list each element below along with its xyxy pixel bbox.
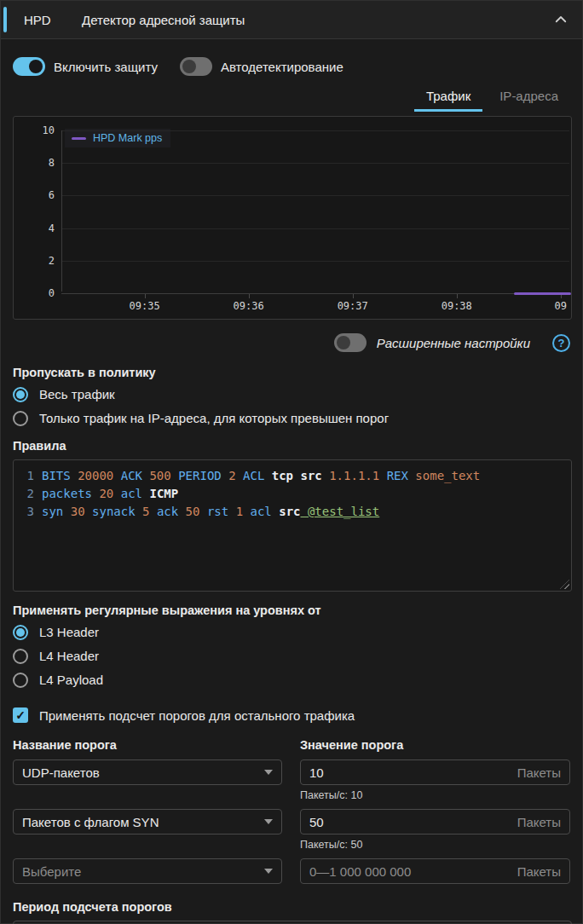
code-line: 1BITS 20000 ACK 500 PERIOD 2 ACL tcp src… [19,467,566,485]
count-rest-checkbox-row[interactable]: ✓ Применять подсчет порогов для остально… [13,706,570,725]
code-token: src [293,469,322,482]
panel-header[interactable]: HPD Детектор адресной защиты [1,1,582,39]
code-token: packets [42,487,92,500]
series-line [514,292,571,295]
threshold-input-1[interactable]: 10 Пакеты [300,759,570,785]
protection-toggle-group: Включить защиту [13,57,158,76]
x-tick-mark [145,294,146,298]
radio-l4-payload[interactable]: L4 Payload [13,671,570,689]
y-tick-label: 2 [17,255,55,267]
radio-all-traffic[interactable]: Весь трафик [13,385,570,403]
toggle-knob [337,336,350,349]
threshold-value-column-label: Значение порога [300,738,570,752]
input-value: 10 [309,765,517,780]
advanced-settings-toggle[interactable] [334,333,367,352]
period-label: Период подсчета порогов [13,900,570,914]
radio-l4-header[interactable]: L4 Header [13,647,570,665]
resize-handle[interactable] [560,580,569,589]
code-token: src [272,505,301,518]
autodetect-toggle-group: Автодетектирование [180,57,343,76]
x-tick-label: 09:37 [338,300,368,312]
threshold-input-2[interactable]: 50 Пакеты [300,809,570,834]
select-value: UDP-пакетов [22,765,264,780]
radio-label: Только трафик на IP-адреса, для которых … [39,411,389,425]
x-tick-label: 09:38 [442,300,472,312]
code-token: ACK [113,469,142,482]
protection-toggle[interactable] [13,57,45,76]
chart-legend[interactable]: HPD Mark pps [65,129,170,147]
radio-icon [13,649,28,664]
regex-levels-label: Применять регулярные выражения на уровня… [13,603,570,617]
x-tick-mark [457,294,458,298]
code-token: 20 [92,487,113,500]
traffic-chart: HPD Mark pps 024681009:3509:3609:3709:38… [13,116,572,320]
chevron-down-icon [264,869,273,874]
radio-label: Весь трафик [39,387,115,401]
code-token: synack [85,505,136,518]
code-token: acl [113,487,142,500]
threshold-input-3[interactable]: 0—1 000 000 000 Пакеты [300,858,570,884]
radio-l3-header[interactable]: L3 Header [13,623,570,641]
radio-label: L3 Header [39,625,99,639]
module-badge: HPD [24,13,82,27]
chevron-down-icon [264,770,273,775]
radio-icon [13,625,28,640]
radio-only-exceeded[interactable]: Только трафик на IP-адреса, для которых … [13,409,570,427]
code-token: PERIOD [171,469,222,482]
checkbox-checked-icon[interactable]: ✓ [13,707,28,723]
autodetect-toggle-label: Автодетектирование [221,60,343,74]
grid-line [62,228,569,229]
line-number: 1 [19,467,34,485]
code-token: ACL [236,469,265,482]
x-axis-line [61,293,569,294]
threshold-select-2[interactable]: Пакетов с флагом SYN [13,809,282,834]
tab-ip-addresses[interactable]: IP-адреса [488,82,570,112]
hpd-panel: HPD Детектор адресной защиты Включить за… [0,0,583,924]
help-icon[interactable]: ? [552,334,570,352]
code-token: 50 [178,505,199,518]
autodetect-toggle[interactable] [180,57,212,76]
y-tick-label: 8 [17,157,55,169]
chevron-up-icon[interactable] [553,12,569,27]
tab-traffic[interactable]: Трафик [414,82,482,112]
radio-icon [13,673,28,688]
y-tick-label: 10 [17,124,55,136]
y-axis-line [61,130,62,292]
threshold-hint-1: Пакеты/с: 10 [300,789,570,802]
input-unit: Пакеты [517,815,561,829]
code-token: BITS [42,469,71,482]
rules-editor[interactable]: 1BITS 20000 ACK 500 PERIOD 2 ACL tcp src… [13,459,572,592]
policy-section-label: Пропускать в политику [13,366,570,379]
x-tick-mark [249,294,250,298]
code-token: tcp [264,469,293,482]
protection-toggle-label: Включить защиту [54,60,158,74]
threshold-select-1[interactable]: UDP-пакетов [13,759,282,785]
threshold-name-column-label: Название порога [13,738,282,752]
line-number: 2 [19,485,34,503]
x-tick-label: 09 [555,300,567,312]
radio-label: L4 Header [39,649,99,663]
threshold-select-3[interactable]: Выберите [13,858,282,884]
code-line: 3syn 30 synack 5 ack 50 rst 1 acl src @t… [19,503,566,521]
radio-icon [13,411,28,426]
x-tick-mark [353,294,354,298]
legend-series-dash [72,137,86,140]
radio-label: L4 Payload [39,673,103,687]
code-token: 500 [142,469,171,482]
period-input[interactable]: 1 Секунды [13,921,572,924]
code-token: 20000 [71,469,114,482]
chevron-down-icon [264,819,273,824]
code-token: 2 [222,469,236,482]
code-token: REX [379,469,408,482]
thresholds-grid: Название порога Значение порога UDP-паке… [13,738,570,884]
legend-series-label: HPD Mark pps [93,132,162,144]
y-tick-label: 4 [17,222,55,234]
chart-tabs: Трафик IP-адреса [13,82,570,112]
grid-line [62,195,569,196]
code-token: @test_list [301,505,380,518]
input-unit: Пакеты [517,864,561,879]
grid-line [62,163,569,164]
code-token: syn [42,505,63,518]
select-placeholder: Выберите [22,864,264,879]
y-tick-label: 0 [17,287,55,299]
